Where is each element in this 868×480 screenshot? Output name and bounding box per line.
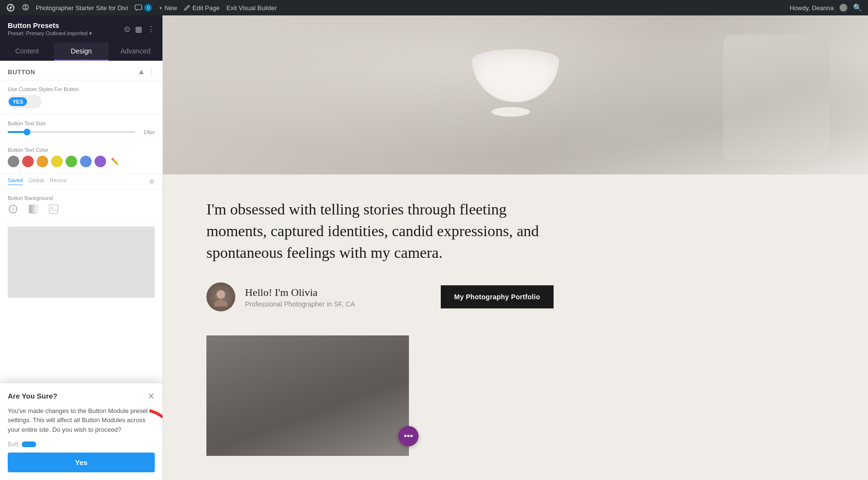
- use-custom-styles-label: Use Custom Styles For Button: [8, 86, 155, 92]
- hero-image: [163, 15, 868, 174]
- confirm-body-text: You've made changes to the Button Module…: [8, 406, 155, 435]
- panel-settings-icon[interactable]: ⊙: [124, 25, 130, 34]
- section-toggle[interactable]: ▲ ⋮: [137, 67, 155, 76]
- bg-image-icon[interactable]: [48, 204, 59, 214]
- toggle-no-label: [27, 100, 33, 103]
- howdy-label: Howdy, Deanna: [789, 4, 834, 12]
- color-tab-recent[interactable]: Recent: [50, 177, 67, 185]
- panel-title: Button Presets: [8, 21, 92, 29]
- color-tab-global[interactable]: Global: [28, 177, 44, 185]
- fab-dots-icon: •••: [404, 431, 413, 441]
- button-text-size-label: Button Text Size: [8, 120, 155, 126]
- author-portfolio-row: Hello! I'm Olivia Professional Photograp…: [206, 282, 554, 311]
- edit-page-link[interactable]: Edit Page: [184, 4, 219, 12]
- author-name: Hello! I'm Olivia: [245, 286, 355, 299]
- panel-tabs: Content Design Advanced: [0, 42, 163, 61]
- wordpress-logo-icon[interactable]: [6, 3, 15, 13]
- bg-gradient-icon[interactable]: [28, 204, 39, 214]
- swatch-yellow[interactable]: [51, 156, 63, 167]
- svg-point-1: [10, 7, 12, 9]
- bg-icons-row: [8, 204, 155, 214]
- tab-advanced[interactable]: Advanced: [108, 42, 163, 61]
- panel-subtitle: Preset: Primary Outlined imported ▾: [8, 30, 92, 37]
- panel-header-text: Button Presets Preset: Primary Outlined …: [8, 21, 92, 37]
- site-name-link[interactable]: Photographer Starter Site for Divi: [36, 4, 128, 12]
- color-tab-saved[interactable]: Saved: [8, 177, 23, 185]
- swatch-orange[interactable]: [37, 156, 48, 167]
- svg-rect-4: [135, 5, 142, 10]
- swatch-red[interactable]: [22, 156, 34, 167]
- panel-header: Button Presets Preset: Primary Outlined …: [0, 15, 163, 42]
- color-picker-icon[interactable]: ✏️: [109, 156, 121, 167]
- swatch-blue[interactable]: [80, 156, 92, 167]
- button-section-header: Button ▲ ⋮: [0, 61, 163, 80]
- slider-value: 14px: [140, 129, 155, 135]
- button-bg-label: Button Background: [8, 195, 155, 201]
- custom-styles-toggle[interactable]: YES: [8, 95, 41, 108]
- button-text-color-label: Button Text Color: [8, 147, 155, 153]
- button-text-size-row: Button Text Size 14px: [0, 115, 163, 141]
- confirm-close-button[interactable]: ✕: [148, 391, 155, 401]
- content-section: I'm obsessed with telling stories throug…: [163, 174, 597, 335]
- bg-color-icon[interactable]: [8, 204, 18, 214]
- author-info: Hello! I'm Olivia Professional Photograp…: [245, 286, 355, 308]
- fabric-drape: [723, 35, 829, 160]
- left-panel: Button Presets Preset: Primary Outlined …: [0, 15, 163, 480]
- comment-count: 0: [144, 4, 152, 12]
- button-background-row: Button Background: [0, 189, 163, 221]
- bowl-body: [472, 49, 559, 102]
- user-avatar[interactable]: [840, 4, 847, 12]
- bottom-image: •••: [206, 335, 409, 456]
- quote-text: I'm obsessed with telling stories throug…: [206, 199, 554, 263]
- panel-layout-icon[interactable]: ▦: [135, 25, 142, 34]
- svg-point-13: [214, 300, 228, 307]
- butt-label: Butt: [8, 441, 18, 448]
- text-size-slider-track[interactable]: [8, 131, 136, 133]
- bowl-base: [491, 107, 530, 117]
- tab-design[interactable]: Design: [54, 42, 108, 61]
- swatch-purple[interactable]: [95, 156, 106, 167]
- confirm-title: Are You Sure?: [8, 392, 57, 400]
- svg-point-12: [217, 290, 225, 299]
- text-size-slider-row: 14px: [8, 129, 155, 135]
- panel-header-icons: ⊙ ▦ ⋮: [124, 25, 155, 34]
- svg-rect-9: [49, 205, 58, 213]
- toggle-yes-label: YES: [9, 97, 27, 106]
- new-post-link[interactable]: +New: [159, 4, 177, 12]
- confirm-bottom-hint: Butt: [8, 441, 155, 448]
- confirm-yes-button[interactable]: Yes: [8, 453, 155, 472]
- wp-bar-site-icon[interactable]: [22, 4, 29, 12]
- swatch-green[interactable]: [66, 156, 77, 167]
- search-icon-wp[interactable]: 🔍: [853, 3, 862, 12]
- svg-rect-8: [29, 205, 38, 213]
- wp-bar-left: Photographer Starter Site for Divi 0 +Ne…: [6, 3, 277, 13]
- preview-box: [8, 227, 155, 298]
- slider-thumb[interactable]: [24, 129, 30, 135]
- author-title: Professional Photographer in SF, CA: [245, 300, 355, 308]
- section-more-icon[interactable]: ⋮: [148, 68, 155, 76]
- exit-builder-link[interactable]: Exit Visual Builder: [226, 4, 277, 12]
- hero-image-inner: [163, 15, 868, 174]
- fab-more-button[interactable]: •••: [398, 426, 419, 446]
- author-row: Hello! I'm Olivia Professional Photograp…: [206, 282, 355, 311]
- swatch-gray[interactable]: [8, 156, 19, 167]
- wp-admin-bar: Photographer Starter Site for Divi 0 +Ne…: [0, 0, 868, 15]
- right-content: I'm obsessed with telling stories throug…: [163, 15, 868, 480]
- portfolio-button[interactable]: My Photography Portfolio: [441, 285, 554, 308]
- color-tabs: Saved Global Recent ⊕: [0, 173, 163, 189]
- use-custom-styles-row: Use Custom Styles For Button YES: [0, 80, 163, 115]
- confirm-header: Are You Sure? ✕: [8, 391, 155, 401]
- bottom-section: •••: [163, 335, 868, 475]
- comment-bubble[interactable]: 0: [135, 4, 152, 12]
- main-layout: Button Presets Preset: Primary Outlined …: [0, 15, 868, 480]
- panel-more-icon[interactable]: ⋮: [147, 25, 155, 34]
- author-avatar: [206, 282, 235, 311]
- color-tab-more[interactable]: ⊕: [149, 177, 155, 185]
- section-title: Button: [8, 68, 35, 76]
- section-toggle-icon: ▲: [137, 67, 145, 76]
- button-text-color-row: Button Text Color ✏️: [0, 141, 163, 173]
- tab-content[interactable]: Content: [0, 42, 54, 61]
- wp-bar-right: Howdy, Deanna 🔍: [789, 3, 862, 12]
- color-swatches: ✏️: [8, 156, 155, 167]
- confirm-dialog: Are You Sure? ✕ You've made changes to t…: [0, 383, 163, 480]
